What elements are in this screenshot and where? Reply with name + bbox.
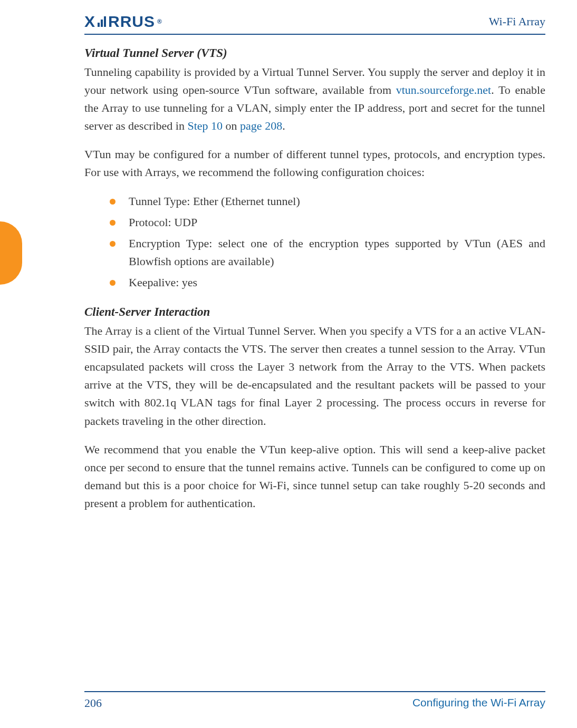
list-item: Tunnel Type: Ether (Ethernet tunnel): [84, 192, 545, 210]
page-footer: 206 Configuring the Wi-Fi Array: [84, 691, 545, 710]
cs-paragraph-2: We recommend that you enable the VTun ke…: [84, 441, 545, 512]
section-heading-client-server: Client-Server Interaction: [84, 305, 545, 319]
list-item: Encryption Type: select one of the encry…: [84, 235, 545, 270]
vts-paragraph-2: VTun may be configured for a number of d…: [84, 145, 545, 181]
page-number: 206: [84, 696, 102, 710]
side-tab-icon: [0, 221, 22, 285]
footer-section-title: Configuring the Wi-Fi Array: [412, 696, 545, 710]
text-run: .: [282, 119, 285, 132]
logo-signal-icon: [98, 16, 106, 27]
logo-text-right: RRUS: [108, 13, 155, 31]
page: X RRUS ® Wi-Fi Array Virtual Tunnel Serv…: [0, 0, 577, 728]
page-header: X RRUS ® Wi-Fi Array: [84, 9, 545, 35]
link-page-208[interactable]: page 208: [240, 119, 282, 132]
section-heading-vts: Virtual Tunnel Server (VTS): [84, 46, 545, 60]
logo: X RRUS ®: [84, 13, 162, 31]
link-vtun-sourceforge[interactable]: vtun.sourceforge.net: [396, 83, 491, 96]
config-bullet-list: Tunnel Type: Ether (Ethernet tunnel) Pro…: [84, 192, 545, 292]
content: Virtual Tunnel Server (VTS) Tunneling ca…: [84, 46, 545, 523]
list-item: Protocol: UDP: [84, 213, 545, 231]
header-product-name: Wi-Fi Array: [489, 15, 545, 28]
text-run: on: [223, 119, 240, 132]
registered-icon: ®: [157, 18, 162, 25]
logo-text-left: X: [84, 13, 95, 31]
cs-paragraph-1: The Array is a client of the Virtual Tun…: [84, 322, 545, 430]
vts-paragraph-1: Tunneling capability is provided by a Vi…: [84, 63, 545, 135]
link-step-10[interactable]: Step 10: [187, 119, 223, 132]
list-item: Keepalive: yes: [84, 274, 545, 292]
